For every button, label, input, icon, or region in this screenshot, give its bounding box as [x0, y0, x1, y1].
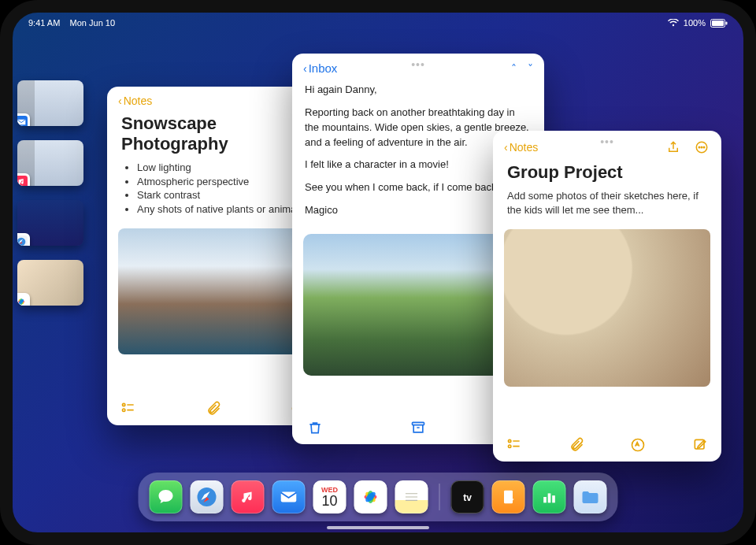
dock-app-messages[interactable] — [150, 480, 183, 513]
svg-text:tv: tv — [463, 492, 472, 503]
list-item: Atmospheric perspective — [137, 175, 306, 189]
note-title: Snowscape Photography — [107, 110, 320, 161]
notes-back-label: Notes — [124, 95, 153, 107]
window-handle-icon[interactable]: ••• — [600, 135, 614, 148]
markup-icon[interactable] — [629, 436, 647, 454]
svg-rect-17 — [413, 422, 424, 425]
stage-tile-music[interactable] — [17, 140, 83, 186]
ipad-frame: 9:41 AM Mon Jun 10 100% — [0, 0, 756, 545]
dock-separator — [439, 484, 440, 510]
notes-back-button[interactable]: ‹ Notes — [504, 141, 538, 154]
archive-icon[interactable] — [410, 419, 427, 436]
svg-point-14 — [123, 409, 125, 411]
attachment-icon[interactable] — [568, 436, 585, 454]
dock-app-mail[interactable] — [272, 480, 306, 513]
notes-window-snowscape[interactable]: ••• ‹ Notes Snowscape Photography Low li… — [107, 87, 320, 425]
compose-icon[interactable] — [691, 436, 709, 454]
chevron-left-icon: ‹ — [504, 141, 508, 154]
list-item: Low lighting — [137, 161, 306, 175]
svg-point-20 — [701, 146, 702, 148]
more-icon[interactable] — [693, 139, 710, 156]
status-left: 9:41 AM Mon Jun 10 — [28, 18, 115, 28]
stage-tile-mail[interactable] — [17, 80, 83, 126]
notes-toolbar — [493, 428, 721, 462]
notes-back-button[interactable]: ‹ Notes — [118, 95, 152, 107]
dock-app-safari[interactable] — [191, 480, 224, 513]
notes-actions — [665, 139, 710, 156]
photos-icon — [17, 293, 30, 306]
list-item: Stark contrast — [137, 188, 306, 202]
status-bar: 9:41 AM Mon Jun 10 100% — [13, 16, 743, 30]
home-indicator[interactable] — [327, 526, 429, 529]
battery-percent: 100% — [684, 18, 706, 28]
wifi-icon — [668, 19, 679, 27]
svg-point-22 — [509, 439, 511, 442]
safari-icon — [17, 233, 30, 246]
checklist-icon[interactable] — [506, 436, 523, 454]
list-item: Any shots of native plants or animals — [137, 202, 306, 217]
mail-nav: ˄ ˅ — [511, 62, 533, 75]
svg-rect-1 — [712, 20, 724, 26]
chevron-left-icon: ‹ — [118, 95, 122, 107]
mail-back-label: Inbox — [309, 61, 338, 75]
stage-manager-strip — [17, 80, 88, 306]
status-time: 9:41 AM — [28, 18, 60, 28]
calendar-day: 10 — [321, 494, 337, 508]
dock-app-photos[interactable] — [354, 480, 387, 513]
svg-rect-40 — [548, 493, 551, 502]
chevron-left-icon: ‹ — [303, 62, 307, 75]
svg-rect-39 — [543, 497, 547, 502]
notes-window-group-project[interactable]: ••• ‹ Notes Group Project Add some photo… — [493, 131, 721, 462]
dock-app-tv[interactable]: tv — [451, 480, 484, 513]
stage-tile-photos[interactable] — [17, 260, 83, 306]
notes-back-label: Notes — [510, 141, 539, 154]
dock-app-notes[interactable] — [395, 480, 428, 513]
dock-app-numbers[interactable] — [533, 480, 566, 513]
stage-tile-safari[interactable] — [17, 200, 83, 246]
chevron-up-icon[interactable]: ˄ — [511, 62, 517, 75]
svg-rect-29 — [281, 492, 297, 502]
notes-header: ‹ Notes — [107, 87, 320, 110]
trash-icon[interactable] — [306, 419, 324, 436]
note-image-landscape — [118, 228, 309, 354]
battery-icon — [710, 19, 728, 28]
svg-point-19 — [699, 146, 700, 148]
status-date: Mon Jun 10 — [70, 18, 115, 28]
dock-app-pages[interactable] — [492, 480, 525, 513]
svg-rect-2 — [726, 21, 728, 24]
dock-app-files[interactable] — [574, 480, 607, 513]
mail-greeting: Hi again Danny, — [305, 83, 532, 98]
attachment-icon[interactable] — [205, 400, 222, 417]
note-image-people — [504, 229, 710, 387]
music-icon — [17, 173, 30, 186]
note-body: Add some photos of their sketches here, … — [493, 189, 721, 223]
note-title: Group Project — [493, 159, 721, 189]
svg-rect-41 — [552, 495, 555, 502]
dock-app-music[interactable] — [232, 480, 265, 513]
svg-point-24 — [509, 445, 511, 447]
chevron-down-icon[interactable]: ˅ — [528, 62, 533, 75]
status-right: 100% — [668, 18, 728, 28]
share-icon[interactable] — [665, 139, 682, 156]
window-handle-icon[interactable]: ••• — [411, 58, 425, 71]
dock-app-calendar[interactable]: WED 10 — [313, 480, 346, 513]
note-body: Low lighting Atmospheric perspective Sta… — [107, 161, 320, 222]
mail-icon — [17, 113, 30, 126]
mail-back-button[interactable]: ‹ Inbox — [303, 61, 337, 75]
notes-toolbar — [107, 392, 320, 425]
checklist-icon[interactable] — [120, 400, 137, 417]
dock: WED 10 tv — [139, 473, 618, 521]
svg-point-21 — [703, 146, 705, 148]
svg-point-12 — [123, 403, 125, 406]
